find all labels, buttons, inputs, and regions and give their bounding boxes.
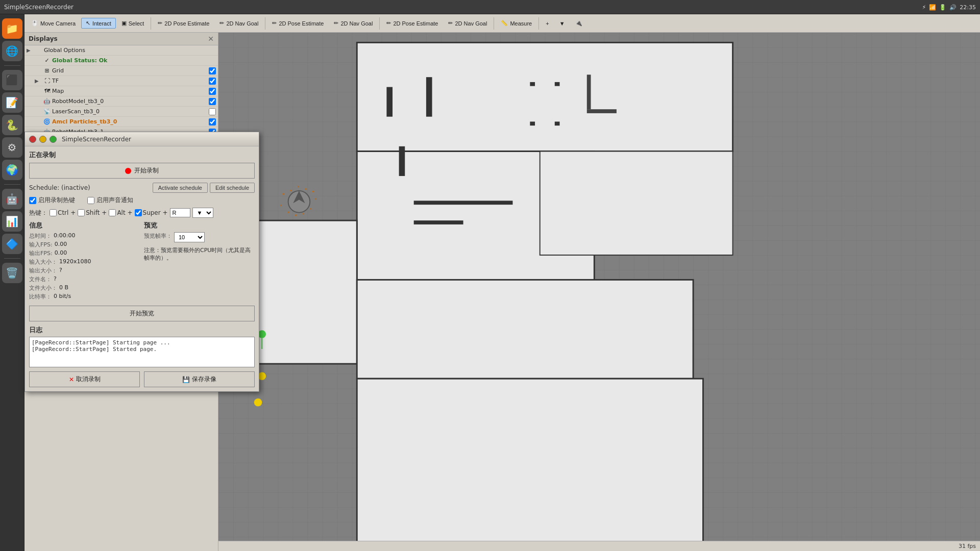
activate-schedule-btn[interactable]: Activate schedule — [153, 183, 208, 193]
laser-0-checkbox[interactable] — [209, 108, 216, 115]
cancel-record-btn[interactable]: ✕ 取消录制 — [29, 371, 140, 387]
ssr-close-btn[interactable] — [29, 136, 36, 143]
output-size-row: 输出大小： ? — [29, 267, 140, 274]
alt-check[interactable]: Alt + — [109, 209, 132, 216]
info-header: 信息 — [29, 221, 140, 230]
preview-fps-select[interactable]: 10 15 30 — [174, 232, 205, 242]
filename-row: 文件名： ? — [29, 276, 140, 283]
view-btn[interactable]: ▼ — [555, 18, 570, 29]
shift-checkbox[interactable] — [78, 209, 85, 216]
list-item[interactable]: ▶ ⛶ TF — [24, 76, 218, 86]
dock-3d-icon[interactable]: 🔷 — [2, 234, 22, 254]
schedule-label: Schedule: (inactive) — [29, 184, 90, 191]
pose-estimate-btn-3[interactable]: ✏ 2D Pose Estimate — [382, 18, 443, 29]
list-item[interactable]: 🗺 Map — [24, 86, 218, 96]
svg-rect-35 — [295, 215, 297, 216]
ssr-title: SimpleScreenRecorder — [62, 136, 131, 143]
interact-btn[interactable]: ↖ Interact — [81, 18, 116, 29]
dock-python-icon[interactable]: 🐍 — [2, 115, 22, 135]
pose-estimate-btn-2[interactable]: ✏ 2D Pose Estimate — [267, 18, 328, 29]
dock-viz-icon[interactable]: 📊 — [2, 211, 22, 232]
robot-0-checkbox[interactable] — [209, 98, 216, 105]
tf-icon: ⛶ — [43, 78, 51, 84]
select-btn[interactable]: ▣ Select — [117, 18, 149, 29]
save-record-btn[interactable]: 💾 保存录像 — [144, 371, 255, 387]
nav-goal-btn-3[interactable]: ✏ 2D Nav Goal — [444, 18, 492, 29]
enable-audio-checkbox[interactable] — [87, 197, 94, 204]
svg-rect-28 — [290, 190, 291, 191]
recording-section-header: 正在录制 — [29, 151, 255, 160]
list-item[interactable]: 🌀 Amcl Particles_tb3_0 — [24, 117, 218, 127]
list-item[interactable]: 📡 LaserScan_tb3_0 — [24, 107, 218, 117]
svg-rect-18 — [414, 220, 463, 224]
dock-files-icon[interactable]: 📁 — [2, 18, 22, 39]
list-item[interactable]: ▶ Global Options — [24, 45, 218, 56]
svg-rect-33 — [310, 208, 311, 210]
map-checkbox[interactable] — [209, 88, 216, 95]
dock-robot-icon[interactable]: 🤖 — [2, 189, 22, 209]
tree-label: TF — [52, 78, 209, 84]
preview-fps-row: 预览帧率： 10 15 30 — [144, 232, 255, 242]
cancel-icon: ✕ — [69, 376, 74, 383]
select-icon: ▣ — [121, 20, 127, 27]
list-item[interactable]: ⊞ Grid — [24, 66, 218, 76]
plugin-btn[interactable]: 🔌 — [571, 18, 587, 29]
dock-terminal-icon[interactable]: ⬛ — [2, 70, 22, 90]
log-line-1: [PageRecord::StartPage] Starting page ..… — [32, 339, 252, 346]
ssr-maximize-btn[interactable] — [50, 136, 57, 143]
hotkey-modifier-select[interactable]: ▼ — [192, 208, 213, 218]
dock-trash-icon[interactable]: 🗑️ — [2, 263, 22, 283]
move-camera-btn[interactable]: 🖱️ Move Camera — [27, 18, 80, 29]
svg-rect-11 — [530, 82, 535, 86]
dock-firefox-icon[interactable]: 🌐 — [2, 41, 22, 61]
ctrl-check[interactable]: Ctrl + — [50, 209, 76, 216]
preview-note: 注意：预览需要额外的CPU时间（尤其是高帧率的）。 — [144, 246, 255, 262]
hotkey-key-input[interactable] — [170, 208, 190, 217]
amcl-icon-0: 🌀 — [43, 118, 51, 125]
output-fps-row: 输出FPS: 0.00 — [29, 249, 140, 257]
start-record-label: 开始录制 — [134, 166, 159, 175]
map-area[interactable] — [218, 33, 980, 541]
super-check[interactable]: Super + — [135, 209, 168, 216]
start-preview-btn[interactable]: 开始预览 — [29, 306, 255, 321]
info-preview-grid: 信息 总时间： 0:00:00 输入FPS: 0.00 输出FPS: 0.00 … — [29, 221, 255, 302]
dock-network-icon[interactable]: 🌍 — [2, 160, 22, 180]
preview-col: 预览 预览帧率： 10 15 30 注意：预览需要额外的CPU时间（尤其是高帧率… — [144, 221, 255, 302]
dock-settings-icon[interactable]: ⚙️ — [2, 137, 22, 158]
hotkey-label[interactable]: 启用录制热键 — [29, 196, 75, 205]
expand-icon[interactable]: ▶ — [27, 47, 35, 53]
edit-schedule-btn[interactable]: Edit schedule — [210, 183, 255, 193]
tf-checkbox[interactable] — [209, 78, 216, 85]
move-camera-icon: 🖱️ — [31, 20, 38, 27]
alt-checkbox[interactable] — [109, 209, 116, 216]
start-record-btn[interactable]: 开始录制 — [29, 163, 255, 179]
shift-check[interactable]: Shift + — [78, 209, 107, 216]
tree-label: LaserScan_tb3_0 — [52, 108, 209, 115]
svg-rect-6 — [357, 280, 693, 379]
ctrl-checkbox[interactable] — [50, 209, 57, 216]
enable-hotkey-checkbox[interactable] — [29, 197, 36, 204]
tree-label: RobotModel_tb3_0 — [52, 98, 209, 105]
svg-rect-37 — [280, 205, 282, 206]
audio-notify-label[interactable]: 启用声音通知 — [87, 196, 133, 205]
grid-checkbox[interactable] — [209, 67, 216, 74]
super-checkbox[interactable] — [135, 209, 142, 216]
amcl-0-checkbox[interactable] — [209, 118, 216, 126]
title-bar-text: SimpleScreenRecorder — [4, 4, 74, 11]
dock-vscode-icon[interactable]: 📝 — [2, 92, 22, 113]
expand-icon[interactable]: ▶ — [35, 78, 43, 84]
nav-goal-btn-1[interactable]: ✏ 2D Nav Goal — [215, 18, 263, 29]
title-bar: SimpleScreenRecorder ⚡ 📶 🔋 🔊 22:35 — [0, 0, 980, 14]
save-label: 保存录像 — [192, 375, 216, 384]
list-item[interactable]: ✓ Global Status: Ok — [24, 56, 218, 66]
pose-estimate-btn-1[interactable]: ✏ 2D Pose Estimate — [153, 18, 214, 29]
list-item[interactable]: 🤖 RobotModel_tb3_0 — [24, 96, 218, 107]
nav-goal-btn-2[interactable]: ✏ 2D Nav Goal — [329, 18, 377, 29]
measure-btn[interactable]: 📏 Measure — [496, 18, 536, 29]
camera-type-btn[interactable]: + — [541, 18, 553, 29]
floor-plan-svg — [218, 33, 980, 541]
ssr-minimize-btn[interactable] — [39, 136, 46, 143]
tree-label: Global Options — [44, 47, 216, 54]
bitrate-label: 比特率： — [29, 293, 52, 300]
panel-close-btn[interactable]: ✕ — [208, 35, 214, 43]
